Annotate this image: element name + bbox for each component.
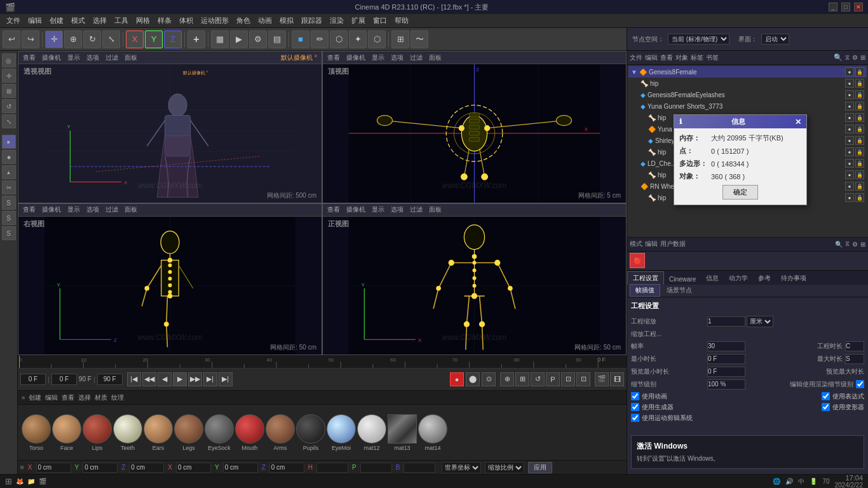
tree-action-vis-3[interactable]: ●	[845, 102, 854, 111]
move-button[interactable]: ⊕	[64, 30, 82, 48]
mat-ears[interactable]: Ears	[144, 414, 173, 451]
tree-action-lock-2[interactable]: 🔒	[855, 90, 864, 99]
viewport-right[interactable]: 查看 摄像机 显示 选项 过滤 面板 右视图	[18, 203, 322, 356]
attr-unit-select[interactable]: 厘米	[747, 316, 773, 327]
coord-h-input[interactable]	[316, 463, 348, 473]
tree-action-lock-11[interactable]: 🔒	[855, 193, 864, 202]
mat-mouth[interactable]: Mouth	[235, 414, 264, 451]
attr-maxtime-input[interactable]	[845, 354, 864, 364]
jump-last[interactable]: ▶|	[219, 372, 233, 386]
menu-spline[interactable]: 样条	[154, 15, 175, 27]
menu-character[interactable]: 角色	[233, 15, 254, 27]
vp-disp-3[interactable]: 显示	[65, 205, 82, 215]
coord-x2-input[interactable]	[176, 463, 211, 473]
tree-action-lock-1[interactable]: 🔒	[855, 79, 864, 88]
timeline-btn3[interactable]: ↺	[531, 372, 545, 386]
coord-system-select[interactable]: 世界坐标	[442, 462, 481, 473]
play-fwd[interactable]: ▶	[173, 372, 187, 386]
jump-start[interactable]: |◀	[127, 372, 141, 386]
mesh-btn[interactable]: ⬡	[330, 30, 348, 48]
motion-key[interactable]: 🎞	[610, 372, 624, 386]
mat-extra2[interactable]: mat13	[388, 414, 417, 451]
attr-menu-userdata[interactable]: 用户数据	[660, 240, 686, 248]
vp-filter-3[interactable]: 过滤	[104, 205, 120, 215]
menu-mode[interactable]: 模式	[67, 15, 89, 27]
menu-select[interactable]: 选择	[89, 15, 111, 27]
coord-b-input[interactable]	[403, 463, 435, 473]
cube-btn[interactable]: ■	[292, 30, 309, 48]
menu-file[interactable]: 文件	[3, 15, 24, 27]
attr-fps-input[interactable]	[707, 341, 745, 351]
vp-sel-4[interactable]: 选项	[389, 205, 405, 215]
tree-genesis8female[interactable]: ▼ 🔶 Genesis8Female ● 🔒	[628, 66, 867, 78]
lt-btn-7[interactable]: ◆	[2, 150, 16, 164]
attr-tab-ref[interactable]: 参考	[753, 272, 776, 285]
coord-y-input[interactable]	[83, 463, 118, 473]
prev-frame[interactable]: ◀◀	[142, 372, 156, 386]
tree-action-vis-10[interactable]: ●	[845, 182, 854, 191]
jump-end[interactable]: ▶|	[203, 372, 217, 386]
attr-tab-cineware[interactable]: Cineware	[664, 274, 701, 285]
timeline-btn4[interactable]: P	[546, 372, 560, 386]
pencil-btn[interactable]: ✏	[311, 30, 329, 48]
tree-action-vis[interactable]: ●	[845, 67, 854, 76]
render-queue[interactable]: ▤	[268, 30, 286, 48]
scale-ratio-select[interactable]: 缩放比例	[485, 462, 524, 473]
tree-action-lock-5[interactable]: 🔒	[855, 125, 864, 133]
vp-view-3[interactable]: 查看	[21, 205, 37, 215]
menu-render[interactable]: 渲染	[326, 15, 348, 27]
undo-button[interactable]: ↩	[3, 30, 20, 48]
timeline-btn2[interactable]: ⊞	[515, 372, 529, 386]
explorer-icon[interactable]: 📁	[27, 478, 35, 485]
tree-action-lock-7[interactable]: 🔒	[855, 147, 864, 156]
vp-cam-1[interactable]: 摄像机	[40, 53, 63, 63]
mat-lips[interactable]: Lips	[83, 414, 112, 451]
scene-menu-bookmark[interactable]: 书签	[706, 53, 719, 62]
mat-arms[interactable]: Arms	[266, 414, 295, 451]
mat-menu-material[interactable]: 材质	[95, 393, 107, 402]
lt-btn-12[interactable]: S	[2, 226, 16, 240]
dialog-confirm-button[interactable]: 确定	[722, 185, 758, 200]
mat-eyemoi[interactable]: EyeMoi	[327, 414, 356, 451]
scene-settings-icon[interactable]: ⚙	[852, 54, 858, 61]
timeline-btn1[interactable]: ⊕	[500, 372, 514, 386]
lt-btn-6[interactable]: ■	[2, 135, 16, 149]
play-back[interactable]: ◀	[158, 372, 172, 386]
filter-icon[interactable]: ⧖	[845, 54, 850, 62]
menu-extend[interactable]: 扩展	[348, 15, 369, 27]
mat-torso[interactable]: Torso	[22, 414, 51, 451]
attr-usegen-check[interactable]	[631, 403, 639, 411]
scene-extra-icon[interactable]: ⊞	[860, 54, 865, 61]
maximize-button[interactable]: □	[841, 3, 850, 11]
menu-window[interactable]: 窗口	[369, 15, 391, 27]
interface-select[interactable]: 启动	[761, 34, 789, 44]
attr-filter-icon[interactable]: ⧖	[845, 240, 850, 248]
attr-icon-1[interactable]: 🔴	[630, 253, 645, 268]
attr-tab-project[interactable]: 工程设置	[627, 271, 664, 285]
render-active[interactable]: ▶	[230, 30, 248, 48]
snap-btn[interactable]: ⊞	[391, 30, 409, 48]
mat-menu-edit[interactable]: 编辑	[45, 393, 58, 402]
attr-subtab-scene[interactable]: 场景节点	[661, 285, 697, 296]
add-button[interactable]: +	[187, 30, 205, 48]
scene-menu-object[interactable]: 对象	[675, 53, 688, 62]
vp-filter-4[interactable]: 过滤	[408, 205, 424, 215]
motion-clip[interactable]: 🎬	[595, 372, 609, 386]
vp-sel-3[interactable]: 选项	[85, 205, 101, 215]
mat-menu-texture[interactable]: 纹理	[111, 393, 124, 402]
lt-btn-10[interactable]: S	[2, 196, 16, 210]
tree-action-vis-6[interactable]: ●	[845, 136, 854, 145]
attr-extra-icon[interactable]: ⊞	[860, 241, 865, 248]
tree-action-lock-6[interactable]: 🔒	[855, 136, 864, 145]
tree-shorts[interactable]: ◆ Yuna Gunner Shorts_3773 ● 🔒	[628, 100, 867, 112]
record-btn[interactable]: ●	[450, 372, 464, 386]
mat-extra3[interactable]: mat14	[418, 414, 447, 451]
coord-p-input[interactable]	[360, 463, 392, 473]
mat-menu-select[interactable]: 选择	[78, 393, 91, 402]
z-axis[interactable]: Z	[164, 30, 182, 48]
tree-action-lock[interactable]: 🔒	[855, 67, 864, 76]
y-axis[interactable]: Y	[145, 30, 163, 48]
select-button[interactable]: ✛	[45, 30, 63, 48]
timeline-btn6[interactable]: ⊡	[576, 372, 590, 386]
rotate-button[interactable]: ↻	[83, 30, 101, 48]
